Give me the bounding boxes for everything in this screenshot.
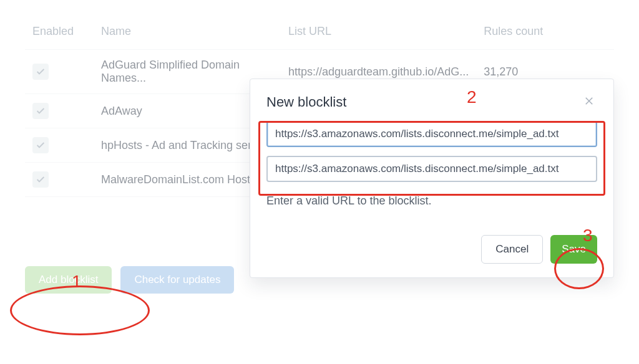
col-enabled: Enabled [25, 19, 94, 50]
save-button[interactable]: Save [550, 235, 597, 264]
blocklist-name-input[interactable] [266, 121, 597, 147]
col-rules: Rules count [476, 19, 614, 50]
check-for-updates-button[interactable]: Check for updates [120, 266, 234, 294]
add-blocklist-button[interactable]: Add blocklist [25, 266, 112, 294]
cancel-button[interactable]: Cancel [481, 235, 543, 264]
close-icon[interactable] [581, 93, 597, 111]
col-name: Name [94, 19, 281, 50]
col-url: List URL [281, 19, 476, 50]
checkbox-icon[interactable] [32, 64, 49, 80]
checkbox-icon[interactable] [32, 171, 49, 188]
checkbox-icon[interactable] [32, 103, 49, 119]
checkbox-icon[interactable] [32, 137, 49, 153]
modal-title: New blocklist [266, 94, 346, 110]
modal-helper-text: Enter a valid URL to the blocklist. [266, 194, 597, 208]
new-blocklist-modal: New blocklist Enter a valid URL to the b… [250, 79, 614, 278]
blocklist-url-input[interactable] [266, 156, 597, 182]
